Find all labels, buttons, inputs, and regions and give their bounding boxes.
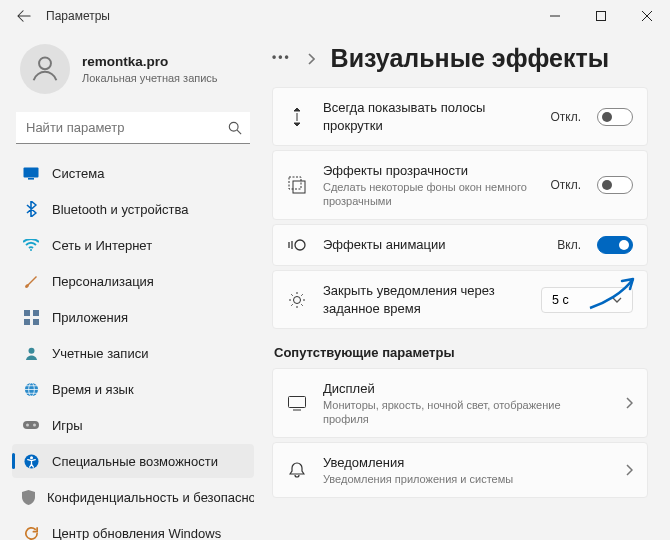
- nav-privacy[interactable]: Конфиденциальность и безопасность: [12, 480, 254, 514]
- animation-icon: [287, 237, 307, 253]
- svg-rect-13: [23, 421, 39, 429]
- svg-point-5: [30, 249, 32, 251]
- svg-point-15: [33, 424, 36, 427]
- setting-animation: Эффекты анимации Вкл.: [272, 224, 648, 266]
- setting-scrollbars: Всегда показывать полосы прокрутки Откл.: [272, 87, 648, 146]
- nav-system[interactable]: Система: [12, 156, 254, 190]
- link-subtitle: Мониторы, яркость, ночной свет, отображе…: [323, 398, 609, 427]
- nav-label: Система: [52, 166, 104, 181]
- minimize-icon: [550, 11, 560, 21]
- svg-rect-18: [289, 177, 301, 189]
- system-icon: [22, 164, 40, 182]
- link-title: Уведомления: [323, 454, 609, 472]
- window-title: Параметры: [46, 9, 110, 23]
- setting-subtitle: Сделать некоторые фоны окон немного проз…: [323, 180, 534, 209]
- chevron-right-icon: [625, 397, 633, 409]
- svg-rect-22: [289, 396, 306, 407]
- gaming-icon: [22, 416, 40, 434]
- svg-point-1: [39, 57, 51, 69]
- svg-rect-4: [28, 178, 34, 180]
- link-subtitle: Уведомления приложения и системы: [323, 472, 609, 486]
- chevron-right-icon: [307, 53, 315, 65]
- svg-rect-9: [33, 319, 39, 325]
- nav-label: Специальные возможности: [52, 454, 218, 469]
- update-icon: [22, 524, 40, 540]
- nav-personalization[interactable]: Персонализация: [12, 264, 254, 298]
- search-input[interactable]: [26, 120, 228, 135]
- nav-label: Конфиденциальность и безопасность: [47, 490, 254, 505]
- search-box[interactable]: [16, 112, 250, 144]
- globe-icon: [22, 380, 40, 398]
- main-content: ••• Визуальные эффекты Всегда показывать…: [258, 32, 670, 540]
- nav-accessibility[interactable]: Специальные возможности: [12, 444, 254, 478]
- setting-title: Закрыть уведомления через заданное время: [323, 282, 525, 317]
- user-name: remontka.pro: [82, 53, 218, 71]
- toggle-state: Откл.: [550, 178, 581, 192]
- svg-rect-7: [33, 310, 39, 316]
- maximize-button[interactable]: [578, 0, 624, 32]
- svg-point-10: [28, 347, 34, 353]
- user-subtitle: Локальная учетная запись: [82, 71, 218, 85]
- titlebar: Параметры: [0, 0, 670, 32]
- nav-label: Приложения: [52, 310, 128, 325]
- svg-point-21: [294, 296, 301, 303]
- setting-transparency: Эффекты прозрачности Сделать некоторые ф…: [272, 150, 648, 220]
- svg-rect-6: [24, 310, 30, 316]
- nav-label: Bluetooth и устройства: [52, 202, 188, 217]
- back-arrow-icon: [17, 9, 31, 23]
- chevron-right-icon: [625, 464, 633, 476]
- svg-rect-3: [24, 167, 39, 177]
- bluetooth-icon: [22, 200, 40, 218]
- close-icon: [642, 11, 652, 21]
- search-icon: [228, 121, 242, 135]
- nav-label: Учетные записи: [52, 346, 148, 361]
- transparency-icon: [287, 176, 307, 194]
- brightness-icon: [287, 291, 307, 309]
- setting-title: Всегда показывать полосы прокрутки: [323, 99, 534, 134]
- chevron-down-icon: [612, 297, 622, 303]
- svg-rect-0: [597, 12, 606, 21]
- avatar: [20, 44, 70, 94]
- sidebar: remontka.pro Локальная учетная запись Си…: [0, 32, 258, 540]
- toggle-state: Откл.: [550, 110, 581, 124]
- page-title: Визуальные эффекты: [331, 44, 610, 73]
- nav-apps[interactable]: Приложения: [12, 300, 254, 334]
- apps-icon: [22, 308, 40, 326]
- nav-list: Система Bluetooth и устройства Сеть и Ин…: [12, 156, 254, 540]
- nav-bluetooth[interactable]: Bluetooth и устройства: [12, 192, 254, 226]
- nav-label: Игры: [52, 418, 83, 433]
- back-button[interactable]: [12, 4, 36, 28]
- close-button[interactable]: [624, 0, 670, 32]
- nav-gaming[interactable]: Игры: [12, 408, 254, 442]
- account-block[interactable]: remontka.pro Локальная учетная запись: [12, 40, 254, 108]
- nav-label: Центр обновления Windows: [52, 526, 221, 541]
- account-icon: [22, 344, 40, 362]
- link-title: Дисплей: [323, 380, 609, 398]
- breadcrumb: ••• Визуальные эффекты: [272, 44, 648, 73]
- nav-accounts[interactable]: Учетные записи: [12, 336, 254, 370]
- svg-point-17: [30, 456, 33, 459]
- shield-icon: [22, 488, 35, 506]
- nav-network[interactable]: Сеть и Интернет: [12, 228, 254, 262]
- setting-title: Эффекты анимации: [323, 236, 541, 254]
- nav-label: Сеть и Интернет: [52, 238, 152, 253]
- nav-update[interactable]: Центр обновления Windows: [12, 516, 254, 540]
- notify-timeout-select[interactable]: 5 с: [541, 287, 633, 313]
- maximize-icon: [596, 11, 606, 21]
- window-controls: [532, 0, 670, 32]
- setting-title: Эффекты прозрачности: [323, 162, 534, 180]
- transparency-toggle[interactable]: [597, 176, 633, 194]
- nav-time-language[interactable]: Время и язык: [12, 372, 254, 406]
- minimize-button[interactable]: [532, 0, 578, 32]
- breadcrumb-more[interactable]: •••: [272, 50, 291, 68]
- related-notifications[interactable]: Уведомления Уведомления приложения и сис…: [272, 442, 648, 498]
- display-icon: [287, 396, 307, 411]
- accessibility-icon: [22, 452, 40, 470]
- wifi-icon: [22, 236, 40, 254]
- animation-toggle[interactable]: [597, 236, 633, 254]
- nav-label: Персонализация: [52, 274, 154, 289]
- scrollbars-toggle[interactable]: [597, 108, 633, 126]
- related-display[interactable]: Дисплей Мониторы, яркость, ночной свет, …: [272, 368, 648, 438]
- nav-label: Время и язык: [52, 382, 134, 397]
- toggle-state: Вкл.: [557, 238, 581, 252]
